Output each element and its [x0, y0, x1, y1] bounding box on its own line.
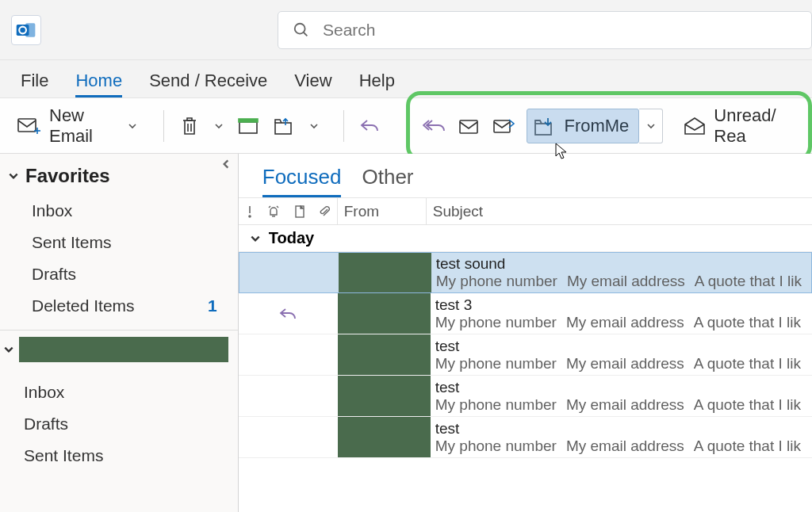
- search-input[interactable]: [323, 21, 797, 40]
- open-envelope-icon: [684, 117, 706, 136]
- message-pane: Focused Other From Subject Today: [239, 154, 812, 512]
- column-headers: From Subject: [239, 198, 812, 225]
- svg-point-17: [249, 216, 251, 217]
- message-row[interactable]: test soundMy phone numberMy email addres…: [239, 252, 812, 293]
- archive-button[interactable]: [234, 112, 262, 140]
- delete-button[interactable]: [175, 112, 204, 140]
- reply-button[interactable]: [355, 112, 384, 140]
- search-box[interactable]: [278, 11, 812, 49]
- forward-button[interactable]: [458, 112, 481, 140]
- favorites-header[interactable]: Favorites: [8, 165, 232, 187]
- menu-send-receive[interactable]: Send / Receive: [149, 71, 267, 97]
- move-to-folder-icon: [534, 116, 556, 136]
- menu-view[interactable]: View: [294, 71, 331, 97]
- message-row[interactable]: test 3My phone numberMy email addressA q…: [239, 293, 812, 334]
- importance-column-icon[interactable]: [246, 205, 254, 218]
- message-subject: test: [435, 338, 812, 355]
- share-button[interactable]: [492, 112, 516, 140]
- reply-all-button[interactable]: [423, 112, 446, 140]
- svg-rect-10: [239, 122, 257, 133]
- title-bar: [0, 0, 812, 60]
- message-preview: My phone numberMy email addressA quote t…: [435, 437, 812, 455]
- menu-home[interactable]: Home: [75, 71, 122, 97]
- attachment-column-icon[interactable]: [319, 205, 330, 218]
- tutorial-highlight: FromMe Unread/ Rea: [406, 91, 812, 161]
- tab-focused[interactable]: Focused: [262, 165, 342, 197]
- reminder-column-icon[interactable]: [267, 205, 280, 218]
- svg-rect-14: [494, 120, 510, 132]
- chevron-down-icon: [8, 170, 21, 181]
- message-row[interactable]: testMy phone numberMy email addressA quo…: [239, 417, 812, 458]
- message-preview: My phone numberMy email addressA quote t…: [436, 273, 811, 290]
- nav-account-drafts[interactable]: Drafts: [24, 408, 238, 440]
- nav-inbox[interactable]: Inbox: [32, 195, 232, 227]
- svg-rect-11: [239, 119, 258, 122]
- icon-column-icon[interactable]: [294, 205, 305, 218]
- message-subject: test: [435, 420, 812, 437]
- message-preview: My phone numberMy email addressA quote t…: [435, 396, 812, 414]
- svg-rect-12: [275, 123, 291, 134]
- message-preview: My phone numberMy email addressA quote t…: [435, 314, 812, 331]
- favorites-label: Favorites: [25, 165, 110, 187]
- svg-point-3: [295, 23, 305, 33]
- nav-deleted-items[interactable]: Deleted Items 1: [32, 290, 232, 322]
- nav-account-inbox[interactable]: Inbox: [24, 376, 238, 408]
- sender-redacted: [338, 417, 431, 457]
- chevron-down-icon: [3, 344, 14, 355]
- nav-account-sent-items[interactable]: Sent Items: [24, 440, 238, 472]
- unread-read-button[interactable]: Unread/ Rea: [679, 109, 795, 143]
- chevron-down-icon[interactable]: [307, 119, 321, 133]
- message-row[interactable]: testMy phone numberMy email addressA quo…: [239, 334, 812, 376]
- chevron-down-icon: [250, 233, 261, 244]
- ribbon: New Email: [0, 98, 812, 154]
- sender-redacted: [339, 253, 431, 292]
- outlook-app-icon: [11, 15, 41, 45]
- chevron-down-icon[interactable]: [126, 119, 138, 133]
- new-email-label: New Email: [49, 105, 118, 147]
- new-email-button[interactable]: New Email: [13, 109, 141, 143]
- sender-redacted: [338, 293, 431, 334]
- column-subject[interactable]: Subject: [427, 203, 483, 220]
- svg-line-4: [304, 32, 308, 36]
- mail-plus-icon: [17, 117, 41, 136]
- reply-indicator-icon: [278, 307, 297, 321]
- nav-drafts[interactable]: Drafts: [32, 258, 232, 290]
- account-header[interactable]: [0, 331, 238, 369]
- unread-read-label: Unread/ Rea: [714, 105, 791, 147]
- nav-sent-items[interactable]: Sent Items: [32, 227, 232, 258]
- search-icon: [293, 21, 310, 39]
- workspace: Favorites Inbox Sent Items Drafts Delete…: [0, 154, 812, 512]
- unread-count-badge: 1: [208, 296, 217, 315]
- chevron-down-icon[interactable]: [212, 119, 226, 133]
- column-from[interactable]: From: [338, 198, 427, 224]
- quick-step-dropdown[interactable]: [639, 109, 663, 143]
- svg-rect-13: [460, 120, 477, 133]
- tab-other[interactable]: Other: [362, 165, 413, 197]
- move-button[interactable]: [270, 112, 299, 140]
- svg-rect-5: [18, 119, 36, 132]
- nav-pane: Favorites Inbox Sent Items Drafts Delete…: [0, 154, 239, 512]
- quick-step-label: FromMe: [564, 116, 629, 136]
- menu-file[interactable]: File: [21, 71, 48, 97]
- message-subject: test 3: [435, 296, 812, 314]
- account-name-redacted: [19, 337, 228, 362]
- quick-step-fromme[interactable]: FromMe: [527, 109, 639, 143]
- sender-redacted: [338, 334, 431, 375]
- message-subject: test sound: [436, 255, 811, 273]
- group-today[interactable]: Today: [239, 225, 812, 252]
- message-subject: test: [435, 379, 812, 396]
- message-preview: My phone numberMy email addressA quote t…: [435, 355, 812, 373]
- collapse-nav-button[interactable]: [220, 159, 232, 170]
- menu-help[interactable]: Help: [359, 71, 395, 97]
- sender-redacted: [338, 376, 431, 416]
- message-row[interactable]: testMy phone numberMy email addressA quo…: [239, 376, 812, 417]
- message-list: test soundMy phone numberMy email addres…: [239, 252, 812, 512]
